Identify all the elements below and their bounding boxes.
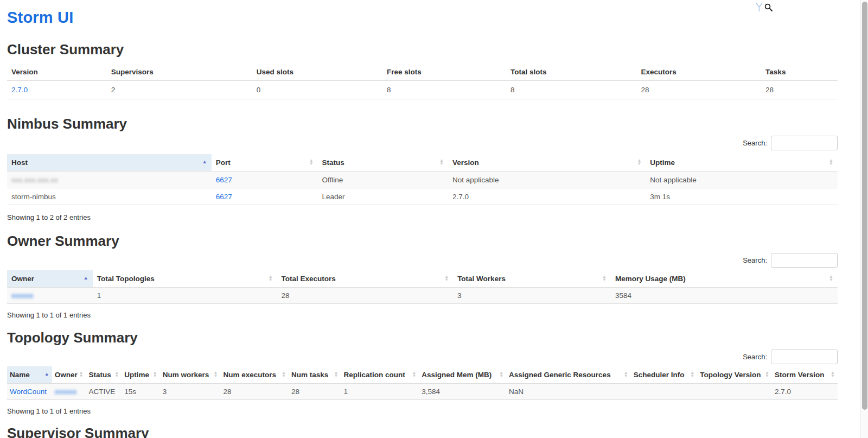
status-value: ACTIVE — [86, 384, 122, 400]
scheduler-info-value — [631, 384, 697, 400]
column-header-owner[interactable]: Owner▲▼ — [52, 366, 86, 384]
owner-search-input[interactable] — [771, 253, 838, 268]
column-header-status[interactable]: Status▲▼ — [86, 366, 122, 384]
sort-both-icon: ▲▼ — [831, 371, 835, 377]
sort-both-icon: ▲▼ — [282, 371, 286, 377]
column-header-used-slots: Used slots — [252, 64, 382, 81]
column-header-num-executors[interactable]: Num executors▲▼ — [220, 366, 289, 384]
column-header-total-topologies[interactable]: Total Topologies▲▼ — [93, 270, 277, 288]
main-content: Storm UI Cluster Summary Version Supervi… — [7, 0, 838, 438]
column-header-num-workers[interactable]: Num workers▲▼ — [160, 366, 221, 384]
sort-both-icon: ▲▼ — [412, 371, 416, 377]
topology-name-link[interactable]: WordCount — [10, 388, 47, 396]
table-row: WordCount xxxxxx ACTIVE 15s 3 28 28 1 3,… — [7, 384, 838, 400]
version-value: 2.7.0 — [448, 188, 646, 205]
column-header-storm-version[interactable]: Storm Version▲▼ — [772, 366, 838, 384]
supervisor-summary-heading: Supervisor Summary — [7, 425, 838, 438]
table-row: 2.7.0 2 0 8 8 28 28 — [7, 81, 838, 99]
tasks-value: 28 — [761, 81, 838, 99]
sort-both-icon: ▲▼ — [765, 371, 769, 377]
column-header-total-workers[interactable]: Total Workers▲▼ — [453, 270, 611, 288]
topology-summary-table: Name▲ Owner▲▼ Status▲▼ Uptime▲▼ Num work… — [7, 366, 838, 400]
topology-search-input[interactable] — [771, 350, 838, 364]
column-header-num-tasks[interactable]: Num tasks▲▼ — [289, 366, 341, 384]
total-executors-value: 28 — [277, 288, 454, 304]
scrollbar-thumb[interactable] — [862, 2, 867, 410]
owner-summary-table: Owner▲ Total Topologies▲▼ Total Executor… — [7, 270, 838, 304]
uptime-value: 3m 1s — [646, 188, 838, 205]
search-label: Search: — [743, 256, 767, 264]
sort-both-icon: ▲▼ — [690, 371, 694, 377]
used-slots-value: 0 — [252, 81, 382, 99]
nimbus-summary-heading: Nimbus Summary — [7, 116, 838, 132]
uptime-value: Not applicable — [646, 172, 838, 188]
owner-link-redacted[interactable]: xxxxxx — [11, 291, 34, 300]
storm-version-value: 2.7.0 — [772, 384, 838, 400]
sort-asc-icon: ▲ — [202, 158, 207, 166]
table-row: storm-nimbus 6627 Leader 2.7.0 3m 1s — [7, 188, 838, 205]
sort-both-icon: ▲▼ — [439, 159, 444, 165]
cluster-summary-heading: Cluster Summary — [7, 41, 838, 58]
status-value: Offline — [318, 172, 448, 188]
sort-both-icon: ▲▼ — [624, 371, 628, 377]
total-workers-value: 3 — [453, 288, 611, 304]
column-header-assigned-mem[interactable]: Assigned Mem (MB)▲▼ — [419, 366, 506, 384]
sort-both-icon: ▲▼ — [637, 159, 641, 165]
assigned-generic-resources-value: NaN — [506, 384, 631, 400]
sort-both-icon: ▲▼ — [602, 275, 607, 281]
column-header-host[interactable]: Host▲ — [7, 154, 212, 172]
executors-value: 28 — [636, 81, 761, 99]
num-tasks-value: 28 — [289, 384, 341, 400]
column-header-owner[interactable]: Owner▲ — [7, 270, 93, 288]
sort-both-icon: ▲▼ — [114, 371, 119, 377]
version-link[interactable]: 2.7.0 — [11, 86, 28, 94]
owner-table-info: Showing 1 to 1 of 1 entries — [7, 311, 838, 319]
search-label: Search: — [743, 139, 767, 147]
assigned-mem-value: 3,584 — [419, 384, 506, 400]
column-header-name[interactable]: Name▲ — [7, 366, 52, 384]
column-header-assigned-generic-resources[interactable]: Assigned Generic Resources▲▼ — [506, 366, 631, 384]
nimbus-search-row: Search: — [7, 136, 838, 150]
status-value: Leader — [318, 188, 448, 205]
num-workers-value: 3 — [160, 384, 221, 400]
app-title[interactable]: Storm UI — [7, 9, 838, 27]
column-header-uptime[interactable]: Uptime▲▼ — [122, 366, 159, 384]
sort-asc-icon: ▲ — [84, 275, 88, 282]
column-header-port[interactable]: Port▲▼ — [212, 154, 318, 172]
sort-both-icon: ▲▼ — [334, 371, 338, 377]
topology-version-value — [697, 384, 772, 400]
column-header-replication-count[interactable]: Replication count▲▼ — [341, 366, 419, 384]
column-header-uptime[interactable]: Uptime▲▼ — [646, 154, 838, 172]
column-header-version[interactable]: Version▲▼ — [448, 154, 646, 172]
nimbus-search-input[interactable] — [771, 136, 838, 150]
owner-link-redacted[interactable]: xxxxxx — [55, 388, 77, 396]
uptime-value: 15s — [122, 384, 159, 400]
nimbus-summary-table: Host▲ Port▲▼ Status▲▼ Version▲▼ Uptime▲▼… — [7, 154, 838, 205]
nimbus-table-info: Showing 1 to 2 of 2 entries — [7, 213, 838, 221]
sort-both-icon: ▲▼ — [214, 371, 218, 377]
column-header-executors: Executors — [636, 64, 761, 81]
column-header-total-executors[interactable]: Total Executors▲▼ — [277, 270, 454, 288]
column-header-memory-usage[interactable]: Memory Usage (MB)▲▼ — [611, 270, 838, 288]
port-link[interactable]: 6627 — [216, 176, 232, 184]
version-value: Not applicable — [448, 172, 646, 188]
free-slots-value: 8 — [382, 81, 506, 99]
host-value-redacted: xxx.xxx.xxx.xx — [11, 176, 58, 184]
table-row: xxx.xxx.xxx.xx 6627 Offline Not applicab… — [7, 172, 838, 188]
vertical-scrollbar[interactable] — [860, 0, 868, 438]
total-topologies-value: 1 — [93, 288, 277, 304]
sort-both-icon: ▲▼ — [499, 371, 503, 377]
column-header-topology-version[interactable]: Topology Version▲▼ — [697, 366, 772, 384]
column-header-free-slots: Free slots — [382, 64, 506, 81]
sort-both-icon: ▲▼ — [829, 159, 833, 165]
cluster-summary-table: Version Supervisors Used slots Free slot… — [7, 64, 838, 99]
topology-search-row: Search: — [7, 350, 838, 364]
sort-both-icon: ▲▼ — [829, 275, 833, 281]
column-header-tasks: Tasks — [761, 64, 838, 81]
table-row: xxxxxx 1 28 3 3584 — [7, 288, 838, 304]
column-header-scheduler-info[interactable]: Scheduler Info▲▼ — [631, 366, 697, 384]
column-header-total-slots: Total slots — [506, 64, 636, 81]
port-link[interactable]: 6627 — [216, 193, 232, 201]
total-slots-value: 8 — [506, 81, 636, 99]
column-header-status[interactable]: Status▲▼ — [318, 154, 448, 172]
